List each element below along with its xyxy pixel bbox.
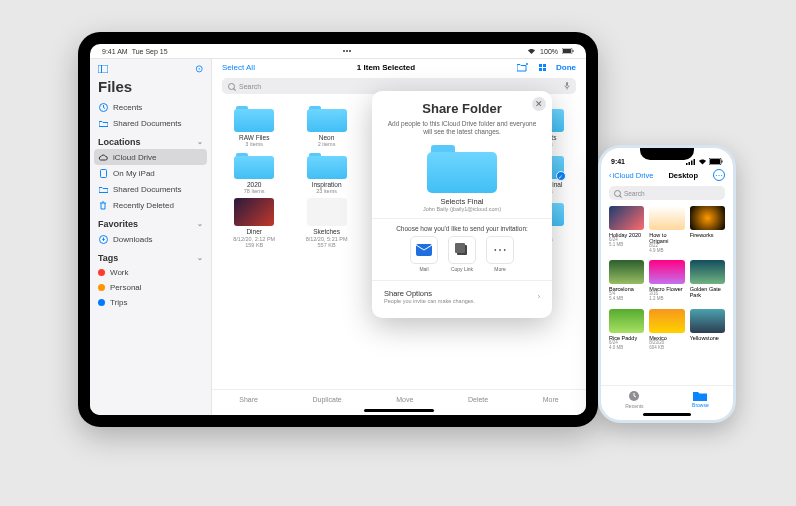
grid-item[interactable]: Fireworks	[690, 206, 725, 254]
sidebar-label: Shared Documents	[113, 185, 181, 194]
grid-item[interactable]: Rice Paddy6/244.0 MB	[609, 309, 644, 351]
item-name: RAW Files	[239, 134, 269, 141]
home-indicator[interactable]	[643, 413, 691, 416]
item-meta	[690, 298, 725, 303]
svg-rect-3	[98, 65, 108, 73]
multitask-dots[interactable]	[343, 50, 351, 52]
select-all-button[interactable]: Select All	[222, 63, 255, 72]
item-name: Golden Gate Park	[690, 286, 725, 298]
sidebar-section-tags[interactable]: Tags⌄	[90, 247, 211, 265]
item-meta: 6/245.1 MB	[609, 238, 644, 248]
battery-percent: 100%	[540, 48, 558, 55]
grid-item[interactable]: Holiday 20206/245.1 MB	[609, 206, 644, 254]
grid-item[interactable]: Diner8/12/20, 2:12 PM159 KB	[222, 198, 286, 247]
sheet-choose-label: Choose how you'd like to send your invit…	[384, 225, 540, 232]
ellipsis-icon[interactable]: ⋯	[713, 169, 725, 181]
sidebar-section-locations[interactable]: Locations⌄	[90, 131, 211, 149]
sidebar-tag-personal[interactable]: Personal	[90, 280, 211, 295]
share-options-row[interactable]: Share Options People you invite can make…	[384, 285, 540, 308]
delete-button[interactable]: Delete	[468, 396, 488, 403]
check-icon: ✓	[556, 171, 566, 181]
svg-rect-15	[694, 159, 696, 165]
sidebar-item-shared[interactable]: Shared Documents	[90, 115, 211, 131]
item-meta: 3/161.2 MB	[649, 292, 684, 302]
sheet-actions: MailCopy Link⋯More	[384, 236, 540, 272]
battery-icon	[709, 158, 723, 165]
home-indicator[interactable]	[364, 409, 434, 412]
back-button[interactable]: ‹iCloud Drive	[609, 171, 653, 180]
iphone-grid: Holiday 20206/245.1 MBHow to Origami8/22…	[601, 202, 733, 385]
wifi-icon	[698, 159, 707, 165]
grid-item[interactable]: Neon2 items	[294, 104, 358, 147]
svg-rect-2	[573, 50, 574, 52]
tab-recents[interactable]: Recents	[625, 390, 643, 409]
sidebar-item-downloads[interactable]: Downloads	[90, 231, 211, 247]
folder-shared-icon	[98, 118, 108, 128]
chevron-left-icon: ‹	[609, 171, 612, 180]
sidebar-tag-work[interactable]: Work	[90, 265, 211, 280]
new-folder-icon[interactable]	[517, 63, 529, 72]
grid-item[interactable]: Mexico8/23/20604 KB	[649, 309, 684, 351]
grid-item[interactable]: Inspiration23 items	[294, 151, 358, 194]
download-icon	[98, 234, 108, 244]
file-thumbnail	[690, 260, 725, 284]
toolbar: Select All 1 Item Selected Done	[212, 59, 586, 76]
action-label: Copy Link	[451, 266, 473, 272]
share-action-link[interactable]: Copy Link	[446, 236, 478, 272]
cellular-icon	[686, 159, 696, 165]
grid-item[interactable]: Macro Flower3/161.2 MB	[649, 260, 684, 303]
wifi-icon	[527, 48, 536, 55]
share-action-mail[interactable]: Mail	[408, 236, 440, 272]
sidebar-item-shared-docs[interactable]: Shared Documents	[90, 181, 211, 197]
done-button[interactable]: Done	[556, 63, 576, 72]
ellipsis-icon[interactable]: ⊙	[195, 63, 203, 74]
close-button[interactable]: ✕	[532, 97, 546, 111]
move-button[interactable]: Move	[396, 396, 413, 403]
sidebar-label: Shared Documents	[113, 119, 181, 128]
grid-item[interactable]: Barcelona5/45.4 MB	[609, 260, 644, 303]
bottom-toolbar: ShareDuplicateMoveDeleteMore	[212, 389, 586, 407]
grid-item[interactable]: Yellowstone	[690, 309, 725, 351]
folder-icon	[98, 184, 108, 194]
mic-icon[interactable]	[564, 82, 570, 90]
grid-item[interactable]: Golden Gate Park	[690, 260, 725, 303]
file-thumbnail	[307, 198, 347, 226]
share-options-title: Share Options	[384, 289, 475, 298]
chevron-down-icon: ⌄	[197, 138, 203, 146]
grid-item[interactable]: Sketches8/12/20, 5:21 PM557 KB	[294, 198, 358, 247]
share-action-more[interactable]: ⋯More	[484, 236, 516, 272]
chevron-down-icon: ⌄	[197, 254, 203, 262]
sidebar-tag-trips[interactable]: Trips	[90, 295, 211, 310]
svg-rect-12	[686, 163, 688, 165]
files-sidebar: ⊙ Files Recents Shared Documents Locatio…	[90, 59, 212, 415]
svg-rect-17	[710, 159, 720, 164]
sidebar-item-onmyipad[interactable]: On My iPad	[90, 165, 211, 181]
toolbar-title: 1 Item Selected	[357, 63, 415, 72]
file-thumbnail	[609, 309, 644, 333]
more-button[interactable]: More	[543, 396, 559, 403]
duplicate-button[interactable]: Duplicate	[313, 396, 342, 403]
share-button[interactable]: Share	[239, 396, 258, 403]
sidebar-item-recents[interactable]: Recents	[90, 99, 211, 115]
file-thumbnail	[649, 206, 684, 230]
sidebar-item-trash[interactable]: Recently Deleted	[90, 197, 211, 213]
file-thumbnail	[609, 206, 644, 230]
svg-rect-18	[722, 161, 723, 163]
status-time: 9:41 AM	[102, 48, 128, 55]
grid-item[interactable]: How to Origami8/224.9 MB	[649, 206, 684, 254]
action-label: More	[494, 266, 505, 272]
sidebar-section-favorites[interactable]: Favorites⌄	[90, 213, 211, 231]
grid-item[interactable]: 202078 items	[222, 151, 286, 194]
sidebar-toggle-icon[interactable]	[98, 65, 108, 73]
tab-browse[interactable]: Browse	[692, 390, 709, 409]
grid-item[interactable]: RAW Files3 items	[222, 104, 286, 147]
search-input[interactable]: Search	[609, 186, 725, 200]
folder-icon	[234, 104, 274, 132]
tag-label: Trips	[110, 298, 127, 307]
sidebar-item-icloud[interactable]: iCloud Drive	[94, 149, 207, 165]
tag-dot-icon	[98, 299, 105, 306]
item-name: Inspiration	[312, 181, 342, 188]
item-meta: 23 items	[316, 188, 337, 194]
iphone-nav: ‹iCloud Drive Desktop ⋯	[601, 166, 733, 184]
grid-view-icon[interactable]	[539, 64, 546, 71]
